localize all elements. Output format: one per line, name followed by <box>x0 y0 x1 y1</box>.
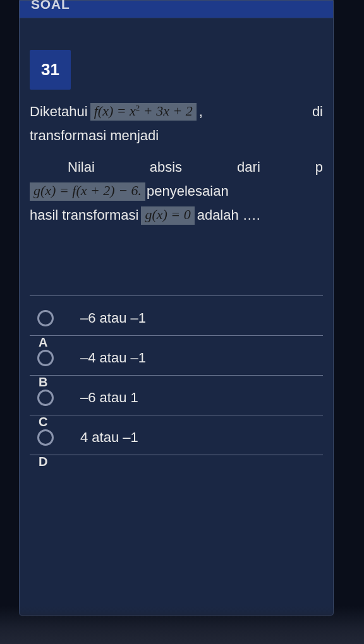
formula-gx-zero: g(x) = 0 <box>141 206 194 224</box>
text-di: di <box>312 101 323 122</box>
radio-c[interactable] <box>37 390 54 406</box>
word-nilai: Nilai <box>68 157 95 178</box>
formula-gx-def: g(x) = f(x + 2) − 6. <box>30 182 145 200</box>
radio-d[interactable] <box>37 429 54 446</box>
question-line-1: Diketahui f(x) = x2 + 3x + 2, di <box>30 101 323 122</box>
word-absis: absis <box>150 157 182 178</box>
comma: , <box>199 101 203 122</box>
option-c[interactable]: –6 atau 1 C <box>30 375 323 415</box>
option-a-text: –6 atau –1 <box>80 310 146 326</box>
text-hasil-transformasi: hasil transformasi <box>30 205 138 226</box>
question-line-2: transformasi menjadi <box>30 125 323 146</box>
question-number: 31 <box>30 50 71 90</box>
options-list: –6 atau –1 A –4 atau –1 B –6 atau 1 C 4 … <box>30 295 323 455</box>
option-d-text: 4 atau –1 <box>80 429 138 446</box>
formula-fx: f(x) = x2 + 3x + 2 <box>90 103 197 121</box>
option-d[interactable]: 4 atau –1 D <box>30 415 323 455</box>
text-penyelesaian: penyelesaian <box>147 181 229 202</box>
text-adalah: adalah …. <box>197 205 260 226</box>
question-line-5: hasil transformasi g(x) = 0 adalah …. <box>30 205 323 226</box>
question-card: SOAL 31 Diketahui f(x) = x2 + 3x + 2, di… <box>19 0 334 616</box>
option-b-text: –4 atau –1 <box>80 350 146 366</box>
radio-b[interactable] <box>37 350 54 366</box>
option-a[interactable]: –6 atau –1 A <box>30 295 323 335</box>
option-d-letter: D <box>39 455 47 469</box>
card-header: SOAL <box>20 1 333 18</box>
header-title: SOAL <box>31 0 70 12</box>
app-root: SOAL 31 Diketahui f(x) = x2 + 3x + 2, di… <box>0 0 364 644</box>
text-diketahui: Diketahui <box>30 101 88 122</box>
radio-a[interactable] <box>37 310 54 326</box>
word-p: p <box>315 157 323 178</box>
question-text: Diketahui f(x) = x2 + 3x + 2, di transfo… <box>30 101 323 226</box>
question-line-4: g(x) = f(x + 2) − 6.penyelesaian <box>30 181 323 202</box>
question-line-3: Nilai absis dari p <box>30 157 323 178</box>
option-b[interactable]: –4 atau –1 B <box>30 335 323 375</box>
option-c-text: –6 atau 1 <box>80 390 138 406</box>
word-dari: dari <box>237 157 260 178</box>
question-content: 31 Diketahui f(x) = x2 + 3x + 2, di tran… <box>30 50 323 455</box>
